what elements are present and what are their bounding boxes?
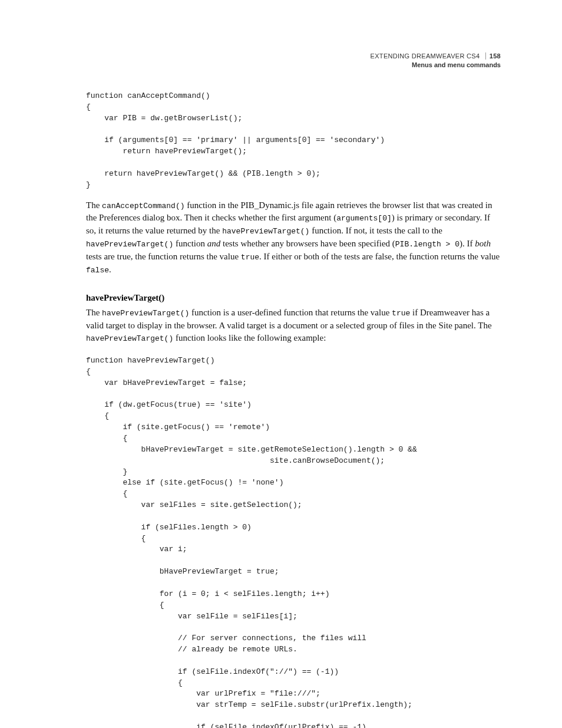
inline-code: canAcceptCommand() — [102, 202, 184, 210]
inline-code: PIB.length > 0 — [395, 240, 459, 249]
code-block-1: function canAcceptCommand() { var PIB = … — [86, 91, 501, 191]
inline-code: true — [241, 253, 259, 262]
page: EXTENDING DREAMWEAVER CS4 158 Menus and … — [0, 0, 562, 728]
inline-code: havePreviewTarget() — [102, 309, 189, 318]
inline-code: true — [392, 309, 410, 318]
code-block-2: function havePreviewTarget() { var bHave… — [86, 355, 501, 728]
inline-code: havePreviewTarget() — [222, 227, 309, 236]
header-section: Menus and menu commands — [371, 61, 501, 70]
inline-code: false — [86, 266, 109, 275]
doc-title: EXTENDING DREAMWEAVER CS4 — [371, 52, 480, 60]
page-number: 158 — [485, 52, 501, 60]
header-line-1: EXTENDING DREAMWEAVER CS4 158 — [371, 52, 501, 61]
page-content: function canAcceptCommand() { var PIB = … — [86, 52, 501, 728]
inline-code: arguments[0] — [336, 214, 392, 223]
inline-code: havePreviewTarget() — [86, 240, 173, 249]
paragraph-2: The havePreviewTarget() function is a us… — [86, 307, 501, 345]
running-header: EXTENDING DREAMWEAVER CS4 158 Menus and … — [371, 52, 501, 70]
subheading-have-preview-target: havePreviewTarget() — [86, 293, 501, 303]
inline-code: havePreviewTarget() — [86, 334, 173, 343]
paragraph-1: The canAcceptCommand() function in the P… — [86, 199, 501, 276]
